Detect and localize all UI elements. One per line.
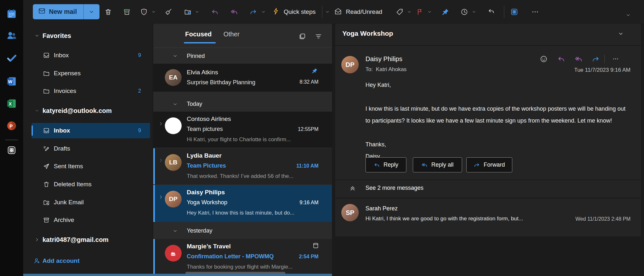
pin-icon[interactable] bbox=[311, 68, 318, 75]
expand-conversation-chevron[interactable] bbox=[158, 195, 163, 199]
toolbar-divider bbox=[322, 6, 322, 18]
preview-message-sender[interactable]: Sarah Perez bbox=[365, 205, 398, 212]
quick-steps-button[interactable]: Quick steps bbox=[272, 5, 316, 19]
word-app-icon[interactable]: W bbox=[6, 76, 17, 87]
tab-other[interactable]: Other bbox=[223, 31, 240, 38]
move-to-dropdown-chevron[interactable] bbox=[194, 8, 201, 15]
chevron-down-icon bbox=[173, 53, 178, 59]
group-header-today[interactable]: Today bbox=[153, 97, 332, 112]
header-divider bbox=[604, 55, 605, 63]
forward-dropdown-chevron[interactable] bbox=[260, 8, 267, 15]
chevron-right-icon bbox=[32, 237, 43, 242]
snooze-dropdown-chevron[interactable] bbox=[470, 8, 478, 15]
message-row-elvia[interactable]: EA Elvia Atkins Surprise Birthday Planni… bbox=[153, 64, 332, 92]
message-preview: Hi Katri, your flight to Charlotte is co… bbox=[187, 136, 291, 143]
reply-all-button[interactable]: Reply all bbox=[413, 157, 462, 172]
new-mail-dropdown[interactable] bbox=[84, 4, 99, 19]
archive-button[interactable] bbox=[119, 5, 134, 19]
categorize-dropdown-chevron[interactable] bbox=[406, 8, 413, 15]
body-signoff: Thanks, bbox=[365, 139, 626, 151]
forward-icon-button[interactable] bbox=[590, 53, 601, 64]
message-time: 11:10 AM bbox=[296, 163, 318, 169]
message-timestamp: Tue 11/7/2023 9:16 AM bbox=[574, 67, 630, 73]
snooze-button[interactable] bbox=[457, 5, 472, 19]
flag-button[interactable] bbox=[412, 5, 427, 19]
unread-count-badge: 9 bbox=[138, 128, 141, 133]
unread-count-badge: 2 bbox=[138, 88, 141, 94]
group-header-pinned[interactable]: Pinned bbox=[153, 48, 332, 64]
reply-all-icon-button[interactable] bbox=[573, 53, 584, 64]
delete-button[interactable] bbox=[101, 5, 116, 19]
sidebar-item-invoices[interactable]: Invoices 2 bbox=[32, 83, 150, 99]
more-apps-icon[interactable] bbox=[6, 144, 17, 156]
toolbar-divider bbox=[504, 6, 504, 18]
read-unread-button[interactable]: Read/Unread bbox=[334, 5, 382, 19]
undo-button[interactable] bbox=[484, 5, 498, 19]
expand-conversation-chevron[interactable] bbox=[158, 121, 163, 126]
avatar: DP bbox=[165, 191, 182, 207]
reply-icon-button[interactable] bbox=[555, 53, 566, 64]
sidebar-item-inbox-selected[interactable]: Inbox 9 bbox=[32, 123, 150, 138]
select-messages-icon[interactable] bbox=[298, 32, 307, 41]
reply-button[interactable]: Reply bbox=[365, 157, 406, 172]
sidebar-item-archive[interactable]: Archive bbox=[32, 212, 150, 228]
report-button[interactable] bbox=[137, 5, 151, 19]
sidebar-item-deleted-items[interactable]: Deleted Items bbox=[32, 177, 150, 192]
margies-travel-logo bbox=[168, 248, 178, 258]
flag-dropdown-chevron[interactable] bbox=[426, 8, 433, 15]
body-greeting: Hey Katri, bbox=[365, 79, 626, 91]
sweep-button[interactable] bbox=[161, 5, 176, 19]
message-subject: Team Pictures bbox=[187, 162, 226, 169]
move-to-button[interactable] bbox=[180, 5, 195, 19]
sidebar-item-sent-items[interactable]: Sent Items bbox=[32, 159, 150, 174]
calendar-app-icon[interactable] bbox=[6, 8, 17, 20]
preview-message-snippet[interactable]: Hi Katri, I think we are good to go with… bbox=[365, 216, 523, 222]
tab-focused[interactable]: Focused bbox=[185, 31, 212, 38]
sidebar-item-favorites-inbox[interactable]: Inbox 9 bbox=[32, 48, 150, 63]
see-more-messages-button[interactable]: See 2 more messages bbox=[335, 180, 641, 198]
trash-icon bbox=[43, 181, 52, 188]
group-header-yesterday[interactable]: Yesterday bbox=[153, 223, 332, 238]
reading-pane-titlebar: Yoga Workshop bbox=[335, 24, 641, 46]
message-row-margie[interactable]: Margie’s Travel Confirmation Letter - MP… bbox=[153, 239, 332, 276]
favorites-header[interactable]: Favorites bbox=[32, 28, 150, 43]
powerpoint-app-icon[interactable]: P bbox=[6, 120, 17, 132]
inbox-icon bbox=[43, 127, 52, 134]
sidebar-item-drafts[interactable]: Drafts bbox=[32, 141, 150, 156]
people-app-icon[interactable] bbox=[6, 30, 17, 41]
forward-button[interactable]: Forward bbox=[466, 157, 512, 172]
sidebar-item-expenses[interactable]: Expenses bbox=[32, 66, 150, 81]
add-account-button[interactable]: Add account bbox=[32, 253, 150, 269]
pin-button[interactable] bbox=[438, 5, 453, 19]
sidebar-item-junk-email[interactable]: Junk Email bbox=[32, 195, 150, 210]
message-subject: Yoga Workshop bbox=[187, 199, 227, 206]
list-tabs-bar: Focused Other bbox=[153, 24, 332, 48]
todo-app-icon[interactable] bbox=[6, 52, 17, 64]
add-ins-button[interactable] bbox=[507, 5, 522, 19]
drafts-icon bbox=[43, 145, 52, 152]
message-row-lydia[interactable]: LB Lydia Bauer Team Pictures 11:10 AM Th… bbox=[153, 148, 332, 184]
account-outlook-header[interactable]: katyreid@outlook.com bbox=[32, 103, 150, 118]
message-preview: That worked. Thanks! I’ve added 56 of th… bbox=[187, 173, 293, 179]
message-more-options-button[interactable] bbox=[610, 53, 621, 64]
reply-all-button[interactable] bbox=[227, 5, 242, 19]
new-mail-button[interactable]: New mail bbox=[33, 4, 83, 19]
filter-icon[interactable] bbox=[314, 32, 323, 41]
collapse-conversation-chevron[interactable] bbox=[618, 31, 624, 38]
report-dropdown-chevron[interactable] bbox=[150, 8, 157, 15]
message-row-contoso[interactable]: C Contoso Airlines Team pictures 12:55PM… bbox=[153, 112, 332, 148]
reply-button[interactable] bbox=[207, 5, 222, 19]
excel-app-icon[interactable]: X bbox=[6, 98, 17, 109]
categorize-button[interactable] bbox=[392, 5, 407, 19]
reactions-smiley-icon[interactable] bbox=[538, 53, 549, 64]
collapse-ribbon-chevron[interactable] bbox=[625, 12, 632, 19]
message-body: Hey Katri, I know this is last minute, b… bbox=[365, 79, 626, 162]
more-options-button[interactable] bbox=[528, 5, 543, 19]
expand-conversation-chevron[interactable] bbox=[158, 158, 163, 163]
message-row-daisy-selected[interactable]: DP Daisy Philips Yoga Workshop 9:16 AM H… bbox=[153, 185, 332, 222]
quick-steps-dropdown-chevron[interactable] bbox=[324, 8, 331, 15]
to-label: To: bbox=[365, 66, 373, 72]
account-gmail-header[interactable]: katri0487@gmail.com bbox=[32, 232, 150, 247]
forward-button[interactable] bbox=[246, 5, 261, 19]
chevron-down-icon bbox=[173, 228, 178, 234]
